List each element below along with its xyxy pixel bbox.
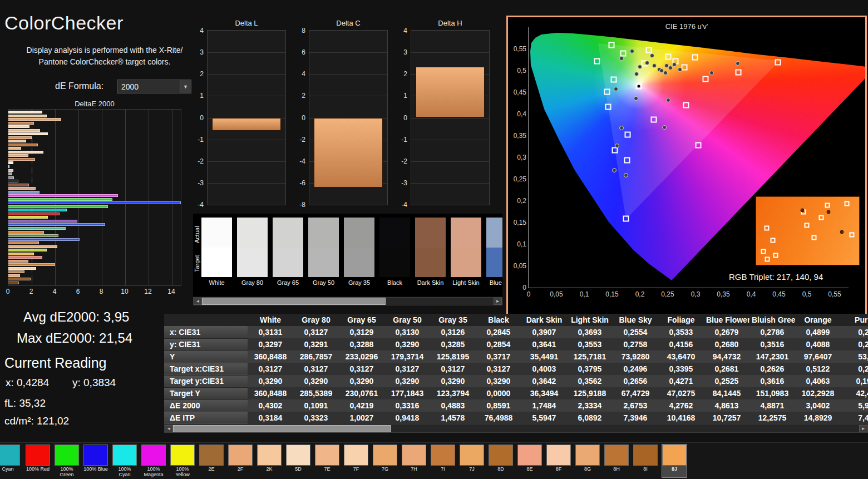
measurement-marker [619, 126, 624, 130]
inset-target-marker [818, 215, 823, 220]
scroll-left-arrow[interactable]: ◄ [165, 425, 173, 432]
axis-tick-label: 3 [200, 48, 204, 56]
table-cell: 0,3290 [384, 375, 430, 387]
table-cell: 0,3127 [293, 363, 339, 375]
scroll-left-arrow[interactable]: ◄ [194, 298, 202, 305]
patch-8e[interactable]: 8E [517, 445, 542, 477]
scrollbar-track[interactable] [173, 425, 859, 432]
patch-8i[interactable]: 8I [633, 445, 658, 477]
deltae-bar [8, 191, 40, 194]
deltae-bar [8, 140, 26, 142]
gridline [411, 183, 489, 184]
column-header: Purp [841, 314, 868, 326]
patch-swatch [604, 445, 629, 466]
swatch-target [273, 248, 303, 278]
measurement-marker [736, 61, 740, 66]
scrollbar-thumb[interactable] [202, 298, 386, 305]
target-marker [609, 42, 615, 48]
patch-label: 8I [633, 467, 658, 472]
measurement-marker [624, 173, 628, 177]
patch-label: 8D [489, 467, 513, 472]
table-cell: 0,2525 [704, 375, 749, 387]
table-cell: 0,2854 [476, 338, 521, 350]
patch-cyan[interactable]: Cyan [0, 445, 20, 477]
table-row: y: CIE310,32970,32910,32880,32900,32850,… [164, 338, 868, 350]
target-marker [682, 64, 688, 70]
patch-100-yellow[interactable]: 100% Yellow [170, 445, 195, 477]
patch-2k[interactable]: 2K [257, 445, 282, 477]
patch-8j[interactable]: 8J [662, 445, 687, 477]
row-label: ΔE ITP [164, 412, 248, 424]
patch-swatch [662, 445, 687, 466]
patch-2e[interactable]: 2E [199, 445, 224, 477]
patch-100-blue[interactable]: 100% Blue [83, 445, 108, 477]
deltae-bar [8, 184, 29, 186]
deltae-bar [8, 282, 19, 284]
table-row: ΔE 20000,43020,10910,42190,33160,48830,8… [164, 399, 868, 412]
patch-8g[interactable]: 8G [575, 445, 600, 477]
patch-8d[interactable]: 8D [489, 445, 513, 477]
table-cell: 0,2554 [613, 326, 658, 338]
scrollbar-thumb[interactable] [173, 425, 391, 432]
table-row: Target x:CIE310,31270,31270,31270,31270,… [164, 363, 868, 375]
deltae-bar [8, 223, 105, 226]
axis-tick-label: -8 [299, 201, 305, 209]
table-cell: 67,4729 [613, 387, 658, 399]
patch-7e[interactable]: 7E [315, 445, 339, 477]
deltae-bar [8, 118, 61, 121]
axis-tick-label: 0,3 [509, 154, 526, 161]
y-axis-line [528, 27, 529, 288]
axis-tick-label: 0,5 [509, 67, 526, 75]
axis-tick-label: -1 [198, 136, 204, 144]
patch-5d[interactable]: 5D [286, 445, 310, 477]
swatch-tile: Gray 35 [344, 218, 374, 277]
target-marker [665, 54, 672, 60]
table-scrollbar[interactable]: ◄ ► [164, 424, 868, 433]
chart-plot: 86420-2-4-6-8 [309, 30, 388, 205]
reading-cdm2-value: cd/m²: 121,02 [4, 415, 69, 427]
scroll-right-arrow[interactable]: ► [859, 425, 867, 432]
target-marker [604, 89, 610, 95]
table-cell: 102,2928 [795, 387, 841, 399]
scrollbar-track[interactable] [202, 298, 494, 305]
table-cell: 0,3616 [749, 375, 795, 387]
patch-label: 7F [344, 467, 368, 472]
gridline [208, 52, 285, 53]
table-cell: 0,3127 [430, 363, 476, 375]
patch-100-red[interactable]: 100% Red [26, 445, 50, 477]
measurement-marker [619, 56, 624, 61]
axis-tick-label: 0,2 [635, 290, 645, 298]
target-marker [620, 50, 627, 56]
swatch-target [237, 248, 268, 278]
measurement-marker [659, 68, 664, 73]
target-marker [692, 54, 698, 60]
table-cell: 97,6407 [795, 350, 841, 363]
patch-7g[interactable]: 7G [373, 445, 397, 477]
axis-tick-label: 0,1 [509, 240, 526, 248]
measurement-marker [666, 98, 670, 102]
patch-swatch [431, 445, 455, 466]
patch-2f[interactable]: 2F [228, 445, 253, 477]
swatch-scrollbar[interactable]: ◄ ► [193, 297, 502, 305]
axis-tick-label: 0,15 [509, 219, 526, 226]
reading-x-value: x: 0,4284 [6, 377, 49, 389]
patch-7i[interactable]: 7I [431, 445, 455, 477]
de-formula-select[interactable]: 2000 ▼ [117, 80, 191, 93]
patch-100-green[interactable]: 100% Green [55, 445, 79, 477]
patch-8f[interactable]: 8F [546, 445, 571, 477]
patch-100-magenta[interactable]: 100% Magenta [141, 445, 166, 477]
table-cell: 0,5122 [795, 363, 841, 375]
patch-7j[interactable]: 7J [460, 445, 484, 477]
patch-100-cyan[interactable]: 100% Cyan [112, 445, 137, 477]
axis-tick-label: -4 [299, 157, 305, 165]
patch-7h[interactable]: 7H [402, 445, 426, 477]
inset-target-marker [811, 235, 816, 240]
patch-8h[interactable]: 8H [604, 445, 629, 477]
patch-7f[interactable]: 7F [344, 445, 368, 477]
column-header: Bluish Green [749, 314, 795, 326]
axis-tick-label: 0,5 [802, 290, 812, 298]
deltae-bar [8, 115, 47, 117]
axis-tick-label: 0 [6, 288, 10, 295]
scroll-right-arrow[interactable]: ► [494, 298, 502, 305]
deltae-bar [8, 129, 40, 132]
